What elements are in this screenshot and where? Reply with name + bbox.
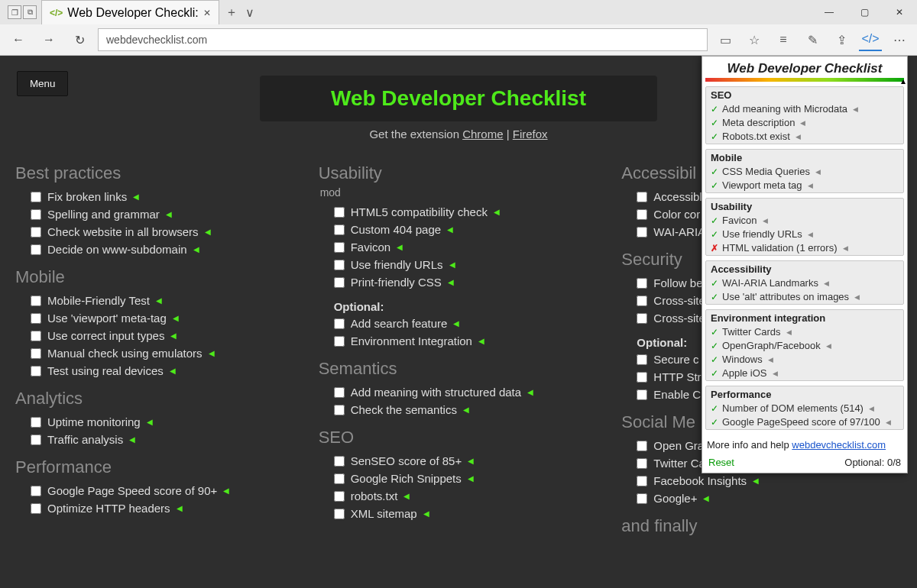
arrow-icon[interactable]: ◀ bbox=[463, 405, 469, 414]
expand-icon[interactable]: ◀ bbox=[869, 405, 874, 412]
item-checkbox[interactable] bbox=[31, 192, 41, 202]
ext-item[interactable]: ✓Viewport meta tag◀ bbox=[706, 179, 903, 192]
item-checkbox[interactable] bbox=[637, 192, 647, 202]
chrome-link[interactable]: Chrome bbox=[462, 128, 503, 141]
notes-icon[interactable]: ✎ bbox=[801, 28, 824, 51]
item-checkbox[interactable] bbox=[31, 503, 41, 514]
arrow-icon[interactable]: ◀ bbox=[753, 477, 759, 485]
menu-button[interactable]: Menu bbox=[17, 71, 68, 96]
expand-icon[interactable]: ◀ bbox=[854, 293, 860, 301]
ext-footer-link[interactable]: webdevchecklist.com bbox=[792, 439, 886, 451]
item-checkbox[interactable] bbox=[334, 456, 345, 467]
ext-item[interactable]: ✓Google PageSpeed score of 97/100◀ bbox=[706, 415, 903, 429]
item-checkbox[interactable] bbox=[334, 387, 345, 398]
tabs-chevron-icon[interactable]: ∨ bbox=[245, 5, 254, 20]
arrow-icon[interactable]: ◀ bbox=[468, 457, 474, 465]
arrow-icon[interactable]: ◀ bbox=[170, 331, 177, 340]
item-checkbox[interactable] bbox=[31, 348, 41, 359]
expand-icon[interactable]: ◀ bbox=[786, 328, 792, 336]
expand-icon[interactable]: ◀ bbox=[808, 182, 813, 189]
item-checkbox[interactable] bbox=[637, 209, 647, 220]
arrow-icon[interactable]: ◀ bbox=[193, 245, 199, 254]
close-tab-icon[interactable]: ✕ bbox=[203, 8, 211, 18]
expand-icon[interactable]: ◀ bbox=[808, 231, 813, 238]
item-checkbox[interactable] bbox=[31, 209, 41, 220]
arrow-icon[interactable]: ◀ bbox=[478, 337, 484, 345]
favorite-icon[interactable]: ☆ bbox=[743, 28, 766, 51]
share-icon[interactable]: ⇪ bbox=[830, 28, 853, 51]
item-checkbox[interactable] bbox=[31, 417, 41, 428]
arrow-icon[interactable]: ◀ bbox=[448, 278, 454, 286]
arrow-icon[interactable]: ◀ bbox=[205, 228, 211, 236]
item-checkbox[interactable] bbox=[637, 354, 647, 365]
item-checkbox[interactable] bbox=[637, 493, 647, 504]
item-checkbox[interactable] bbox=[31, 227, 41, 237]
item-checkbox[interactable] bbox=[334, 225, 345, 235]
ext-item[interactable]: ✓CSS Media Queries◀ bbox=[706, 165, 903, 179]
arrow-icon[interactable]: ◀ bbox=[129, 435, 135, 444]
arrow-icon[interactable]: ◀ bbox=[494, 208, 500, 216]
back-icon[interactable]: ← bbox=[6, 27, 31, 52]
item-checkbox[interactable] bbox=[334, 405, 345, 415]
item-checkbox[interactable] bbox=[334, 509, 345, 519]
item-checkbox[interactable] bbox=[334, 318, 345, 329]
ext-item[interactable]: ✓Meta description◀ bbox=[706, 116, 903, 130]
forward-icon[interactable]: → bbox=[37, 27, 61, 52]
expand-icon[interactable]: ◀ bbox=[826, 342, 831, 350]
expand-icon[interactable]: ◀ bbox=[795, 133, 801, 141]
ext-item[interactable]: ✗HTML validation (1 errors)◀ bbox=[706, 241, 903, 255]
item-checkbox[interactable] bbox=[637, 389, 647, 400]
sys-btn-2[interactable]: ⧉ bbox=[23, 5, 37, 19]
item-checkbox[interactable] bbox=[334, 491, 345, 502]
reset-button[interactable]: Reset bbox=[708, 457, 734, 468]
ext-item[interactable]: ✓Favicon◀ bbox=[706, 214, 903, 228]
item-checkbox[interactable] bbox=[637, 476, 647, 486]
refresh-icon[interactable]: ↻ bbox=[67, 27, 92, 52]
item-checkbox[interactable] bbox=[637, 313, 647, 324]
arrow-icon[interactable]: ◀ bbox=[173, 314, 179, 322]
ext-item[interactable]: ✓WAI-ARIA Landmarks◀ bbox=[706, 276, 903, 290]
arrow-icon[interactable]: ◀ bbox=[527, 388, 533, 396]
arrow-icon[interactable]: ◀ bbox=[156, 296, 162, 305]
arrow-icon[interactable]: ◀ bbox=[397, 243, 403, 251]
item-checkbox[interactable] bbox=[31, 435, 41, 445]
expand-icon[interactable]: ◀ bbox=[815, 168, 821, 176]
item-checkbox[interactable] bbox=[637, 296, 647, 306]
item-checkbox[interactable] bbox=[637, 458, 647, 469]
ext-item[interactable]: ✓Twitter Cards◀ bbox=[706, 325, 903, 339]
ext-item[interactable]: ✓OpenGraph/Facebook◀ bbox=[706, 339, 903, 353]
arrow-icon[interactable]: ◀ bbox=[703, 494, 709, 502]
new-tab-icon[interactable]: ＋ bbox=[225, 5, 238, 21]
item-checkbox[interactable] bbox=[31, 244, 41, 255]
item-checkbox[interactable] bbox=[334, 473, 345, 484]
arrow-icon[interactable]: ◀ bbox=[423, 509, 429, 518]
item-checkbox[interactable] bbox=[334, 336, 345, 347]
url-input[interactable]: webdevchecklist.com bbox=[98, 28, 708, 51]
ext-item[interactable]: ✓Add meaning with Microdata◀ bbox=[706, 102, 903, 116]
more-icon[interactable]: ⋯ bbox=[888, 28, 911, 51]
arrow-icon[interactable]: ◀ bbox=[447, 225, 453, 234]
ext-item[interactable]: ✓Number of DOM elements (514)◀ bbox=[706, 402, 903, 415]
item-checkbox[interactable] bbox=[31, 331, 41, 341]
expand-icon[interactable]: ◀ bbox=[800, 119, 805, 127]
expand-icon[interactable]: ◀ bbox=[768, 356, 773, 363]
arrow-icon[interactable]: ◀ bbox=[170, 367, 176, 375]
item-checkbox[interactable] bbox=[637, 227, 647, 237]
arrow-icon[interactable]: ◀ bbox=[166, 210, 172, 218]
expand-icon[interactable]: ◀ bbox=[853, 105, 858, 113]
arrow-icon[interactable]: ◀ bbox=[468, 474, 474, 483]
sys-btn-1[interactable]: ❐ bbox=[8, 5, 21, 19]
arrow-icon[interactable]: ◀ bbox=[223, 486, 229, 495]
item-checkbox[interactable] bbox=[334, 277, 345, 288]
item-checkbox[interactable] bbox=[31, 486, 41, 496]
ext-item[interactable]: ✓Use friendly URLs◀ bbox=[706, 228, 903, 241]
reading-list-icon[interactable]: ≡ bbox=[772, 28, 795, 51]
item-checkbox[interactable] bbox=[31, 296, 41, 306]
extension-icon[interactable]: </> bbox=[859, 28, 882, 51]
expand-icon[interactable]: ◀ bbox=[824, 279, 829, 287]
item-checkbox[interactable] bbox=[31, 366, 41, 376]
arrow-icon[interactable]: ◀ bbox=[133, 192, 139, 201]
ext-item[interactable]: ✓Windows◀ bbox=[706, 353, 903, 367]
arrow-icon[interactable]: ◀ bbox=[209, 349, 215, 357]
item-checkbox[interactable] bbox=[31, 313, 41, 324]
